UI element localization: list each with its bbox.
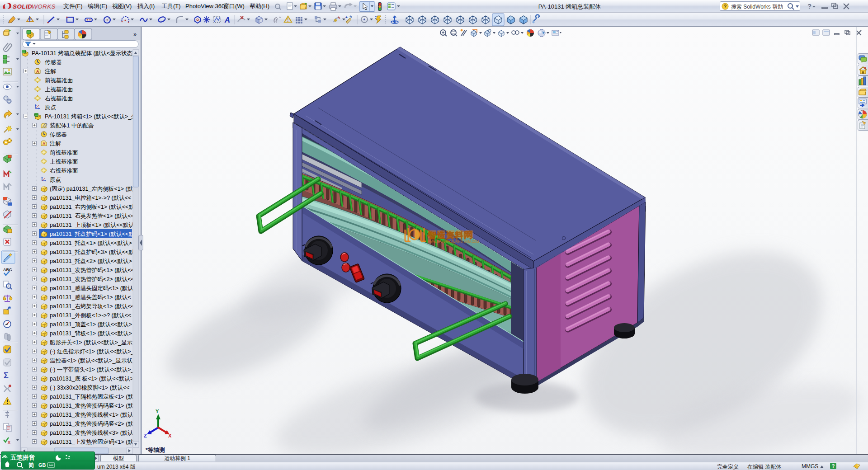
- svg-text:(-) 一字带箭头<1> (默认<<默认>_: (-) 一字带箭头<1> (默认<<默认>_: [50, 367, 135, 373]
- svg-text:SOLID: SOLID: [13, 3, 32, 10]
- svg-text:ABC: ABC: [3, 268, 12, 272]
- svg-text:装配体1 中的配合: 装配体1 中的配合: [50, 122, 94, 129]
- svg-text:pa10131_发热管接线横<1> (默认: pa10131_发热管接线横<1> (默认: [50, 412, 133, 418]
- svg-text:Z: Z: [144, 433, 147, 438]
- svg-text:上视基准面: 上视基准面: [50, 159, 78, 165]
- svg-text:传感器: 传感器: [45, 59, 62, 66]
- svg-text:A: A: [224, 16, 230, 24]
- svg-text:(-) 红色指示灯<1> (默认<<默认>_: (-) 红色指示灯<1> (默认<<默认>_: [50, 348, 135, 355]
- svg-text:pa10131_托盘护码<3> (默认<<默: pa10131_托盘护码<3> (默认<<默: [50, 249, 134, 255]
- svg-text:X: X: [168, 433, 172, 438]
- svg-text:pa10131_发热管接码码竖<1> (默: pa10131_发热管接码码竖<1> (默: [50, 403, 133, 409]
- svg-text:前视基准面: 前视基准面: [45, 77, 73, 84]
- svg-text:*等轴测: *等轴测: [146, 447, 165, 453]
- svg-text:»: »: [133, 31, 137, 38]
- svg-text:pa10131_顶盖<1> (默认<<默认>: pa10131_顶盖<1> (默认<<默认>: [50, 321, 132, 328]
- svg-text:Y: Y: [156, 409, 159, 414]
- svg-text:?: ?: [724, 4, 727, 9]
- svg-text:pa10131_感温头盖码<1> (默认<: pa10131_感温头盖码<1> (默认<: [50, 294, 131, 301]
- svg-text:pa10131_托盘<2> (默认<<默认>: pa10131_托盘<2> (默认<<默认>: [50, 258, 132, 264]
- svg-text:X: X: [8, 440, 10, 445]
- svg-text:pa10131_背板<1> (默认<<默认>: pa10131_背板<1> (默认<<默认>: [50, 330, 132, 337]
- svg-text:pa10131_发热管接码码竖<2> (默: pa10131_发热管接码码竖<2> (默: [50, 421, 133, 427]
- svg-text:pa10131_石英发热管<1> (默认<<: pa10131_石英发热管<1> (默认<<: [50, 213, 134, 219]
- svg-text:pa10131_底 板<1> (默认<<默认>: pa10131_底 板<1> (默认<<默认>: [50, 376, 133, 382]
- svg-text:pa10131_右内侧板<1> (默认<<默: pa10131_右内侧板<1> (默认<<默: [50, 204, 134, 210]
- svg-text:pa10131_上顶板<1> (默认<<默认: pa10131_上顶板<1> (默认<<默认: [50, 222, 134, 228]
- svg-text:船形开关<1> (默认<<默认>_显示: 船形开关<1> (默认<<默认>_显示: [49, 339, 133, 346]
- svg-text:pa10131_外侧板<1>->? (默认<<: pa10131_外侧板<1>->? (默认<<: [50, 312, 131, 319]
- svg-text:+: +: [345, 15, 348, 19]
- svg-text:PA-10131 烤箱<1> (默认<<默认>_外: PA-10131 烤箱<1> (默认<<默认>_外: [45, 113, 137, 120]
- svg-text:温控器<1> (默认<<默认>_显示状: 温控器<1> (默认<<默认>_显示状: [50, 357, 133, 364]
- svg-text:WWW.MANUFACTURING-DATA.COM: WWW.MANUFACTURING-DATA.COM: [428, 240, 481, 243]
- svg-text:PA-10131 烤箱总装配体 (默认<显示状态: PA-10131 烤箱总装配体 (默认<显示状态: [32, 50, 132, 56]
- svg-text:传感器: 传感器: [50, 132, 67, 138]
- svg-text:注解: 注解: [49, 141, 61, 147]
- svg-text:pa10131_发热管护码<1> (默认<<: pa10131_发热管护码<1> (默认<<: [50, 267, 134, 273]
- svg-text:?: ?: [807, 2, 811, 10]
- svg-text:原点: 原点: [45, 104, 56, 111]
- svg-text:五笔拼音: 五笔拼音: [10, 454, 35, 461]
- svg-text:pa10131_托盘护码<1> (默认<<默: pa10131_托盘护码<1> (默认<<默: [50, 231, 134, 237]
- svg-text:上视基准面: 上视基准面: [45, 86, 73, 93]
- svg-text:WORKS: WORKS: [32, 3, 56, 10]
- svg-text:注解: 注解: [44, 68, 57, 75]
- svg-text:pa10131_上发热管固定码<1> (默: pa10131_上发热管固定码<1> (默: [50, 439, 133, 445]
- svg-text:智造资料网: 智造资料网: [427, 230, 473, 240]
- svg-text:原点: 原点: [50, 177, 61, 183]
- svg-text:!: !: [287, 18, 288, 23]
- svg-text:(-) 33x30x20橡胶脚<1> (默认<<: (-) 33x30x20橡胶脚<1> (默认<<: [50, 385, 129, 391]
- svg-text:pa10131_发热管接线横<3> (默认: pa10131_发热管接线横<3> (默认: [50, 430, 133, 436]
- svg-text:前视基准面: 前视基准面: [50, 150, 78, 156]
- svg-text:Σ: Σ: [4, 371, 9, 380]
- svg-text:pa10131_发热管护码<2> (默认<<: pa10131_发热管护码<2> (默认<<: [50, 276, 134, 282]
- svg-text:pa10131_感温头固定码<1> (默认: pa10131_感温头固定码<1> (默认: [50, 285, 133, 291]
- svg-text:右视基准面: 右视基准面: [45, 95, 73, 102]
- svg-text:pa10131_下隔棉热固定板<1> (默: pa10131_下隔棉热固定板<1> (默: [50, 394, 133, 400]
- svg-text:右视基准面: 右视基准面: [50, 168, 78, 174]
- svg-text:pa10131_电控箱<1>->? (默认<<: pa10131_电控箱<1>->? (默认<<: [50, 195, 131, 201]
- svg-text:pa10131_右烤架导轨<1> (默认<<: pa10131_右烤架导轨<1> (默认<<: [50, 303, 134, 310]
- svg-text:(固定) pa10131_左内侧板<1> (默: (固定) pa10131_左内侧板<1> (默: [50, 186, 133, 192]
- svg-text:简: 简: [28, 462, 34, 468]
- svg-text:pa10131_托盘<1> (默认<<默认>: pa10131_托盘<1> (默认<<默认>: [50, 240, 132, 246]
- svg-text:GB: GB: [38, 462, 46, 468]
